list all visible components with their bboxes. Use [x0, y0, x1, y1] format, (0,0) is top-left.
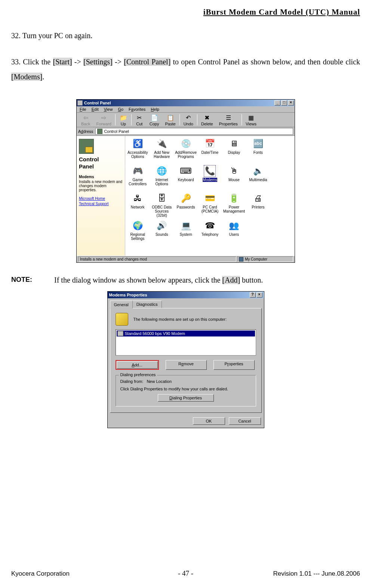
cp-icon-date-time[interactable]: 📅Date/Time [198, 138, 221, 165]
tb-up[interactable]: 📁Up [116, 113, 130, 126]
cp-icon-display[interactable]: 🖥Display [222, 138, 246, 165]
add-button[interactable]: Add... [117, 361, 158, 369]
hl-start: [Start] [53, 58, 72, 66]
step-33-pre: Click the [23, 58, 53, 66]
note-post: button. [240, 276, 263, 284]
minimize-button[interactable]: _ [274, 100, 280, 106]
cp-item-label: Sounds [156, 232, 168, 237]
close-button[interactable]: × [288, 100, 294, 106]
cp-item-icon: ☎ [204, 220, 215, 231]
link-ms-home[interactable]: Microsoft Home [79, 196, 123, 201]
cp-icon-game-controllers[interactable]: 🎮Game Controllers [126, 165, 149, 192]
cp-icon-telephony[interactable]: ☎Telephony [198, 220, 221, 247]
remove-button[interactable]: Remove [166, 360, 207, 370]
cp-icon-odbc-data-sources-32bit-[interactable]: 🗄ODBC Data Sources (32bit) [150, 193, 173, 219]
help-button[interactable]: ? [250, 292, 256, 298]
list-item[interactable]: Standard 56000 bps V90 Modem [117, 330, 255, 336]
tb-cut[interactable]: ✂Cut [132, 113, 147, 126]
tb-undo[interactable]: ↶Undo [181, 113, 196, 126]
modem-icon [117, 331, 123, 336]
cp-item-icon: 💻 [180, 220, 191, 231]
cp-icon-passwords[interactable]: 🔑Passwords [174, 193, 197, 219]
cp-icon-system[interactable]: 💻System [174, 220, 197, 247]
arrow2: -> [113, 58, 124, 66]
cp-icon-power-management[interactable]: 🔋Power Management [222, 193, 246, 219]
hl-modems: [Modems] [11, 73, 42, 81]
modem-list[interactable]: Standard 56000 bps V90 Modem [116, 329, 256, 356]
menu-help[interactable]: Help [151, 107, 159, 112]
cp-item-icon: 🖨 [252, 193, 264, 204]
cp-icon-internet-options[interactable]: 🌐Internet Options [150, 165, 173, 192]
tb-properties[interactable]: ☰Properties [216, 113, 241, 126]
close-button[interactable]: × [256, 292, 262, 298]
mp-page-general: The following modems are set up on this … [110, 308, 262, 413]
status-side: My Computer [237, 256, 293, 262]
cp-item-label: Game Controllers [126, 178, 149, 186]
cp-icon-network[interactable]: 🖧Network [126, 193, 149, 219]
cp-item-label: Power Management [223, 205, 245, 213]
tab-diagnostics[interactable]: Diagnostics [132, 301, 162, 308]
paste-icon: 📋 [166, 113, 175, 122]
cp-icon-multimedia[interactable]: 🔈Multimedia [246, 165, 270, 192]
addr-field[interactable]: Control Panel [95, 128, 293, 135]
tb-forward[interactable]: ⇨Forward [93, 113, 114, 126]
ok-button[interactable]: OK [193, 417, 225, 425]
cp-icon-grid: ♿Accessibility Options🔌Add New Hardware💿… [125, 136, 295, 256]
cp-item-label: Multimedia [249, 178, 267, 182]
cp-icon-fonts[interactable]: 🔤Fonts [246, 138, 270, 165]
step-33-num: 33. [11, 58, 21, 66]
cp-item-icon: ♿ [132, 138, 143, 149]
tb-copy[interactable]: 📄Copy [147, 113, 162, 126]
tb-back[interactable]: ⇦Back [78, 113, 93, 126]
menu-file[interactable]: File [80, 107, 86, 112]
cp-item-label: Regional Settings [126, 232, 149, 241]
addr-text: Control Panel [104, 129, 129, 134]
cp-icon-printers[interactable]: 🖨Printers [246, 193, 270, 219]
cp-item-icon: 🗄 [156, 193, 167, 204]
note-body: If the dialog window as shown below appe… [54, 276, 263, 284]
cp-item-label: Telephony [202, 232, 219, 237]
hl-cpanel: [Control Panel] [124, 58, 170, 66]
dialing-from-line: Dialing from: New Location [120, 379, 251, 384]
cp-icon-sounds[interactable]: 🔊Sounds [150, 220, 173, 247]
cp-icon-add-remove-programs[interactable]: 💿Add/Remove Programs [174, 138, 197, 165]
dialing-properties-button[interactable]: Dialing Properties [158, 394, 214, 402]
tb-undo-label: Undo [184, 122, 193, 126]
tab-general[interactable]: General [110, 301, 133, 308]
system-menu-icon[interactable] [77, 100, 83, 106]
tb-delete[interactable]: ✖Delete [198, 113, 216, 126]
tb-views[interactable]: ▦Views [243, 113, 259, 126]
cp-side-section-title: Modems [79, 175, 123, 179]
cp-titlebar: Control Panel _ □ × [77, 100, 295, 106]
cp-icon-users[interactable]: 👥Users [222, 220, 246, 247]
step-33-end: . [42, 73, 44, 81]
menu-view[interactable]: View [104, 107, 113, 112]
tb-up-label: Up [121, 122, 126, 126]
cp-icon-mouse[interactable]: 🖱Mouse [222, 165, 246, 192]
cp-icon-pc-card-pcmcia-[interactable]: 💳PC Card (PCMCIA) [198, 193, 221, 219]
properties-icon: ☰ [224, 113, 233, 122]
step-32-text: Turn your PC on again. [22, 31, 93, 40]
cp-item-label: Add New Hardware [151, 150, 173, 159]
cp-item-label: Internet Options [151, 178, 173, 186]
cp-icon-add-new-hardware[interactable]: 🔌Add New Hardware [150, 138, 173, 165]
cp-icon-accessibility-options[interactable]: ♿Accessibility Options [126, 138, 149, 165]
cp-body: Control Panel Modems Installs a new mode… [77, 136, 295, 256]
mp-bottom-row: OK Cancel [108, 415, 264, 428]
maximize-button[interactable]: □ [281, 100, 287, 106]
cp-icon-modems[interactable]: 📞Modems [198, 165, 221, 192]
cp-icon-keyboard[interactable]: ⌨Keyboard [174, 165, 197, 192]
menu-favorites[interactable]: Favorites [129, 107, 145, 112]
menu-edit[interactable]: Edit [92, 107, 99, 112]
cp-icon-regional-settings[interactable]: 🌍Regional Settings [126, 220, 149, 247]
tb-paste[interactable]: 📋Paste [162, 113, 179, 126]
status-side-text: My Computer [245, 257, 267, 261]
cp-menubar: File Edit View Go Favorites Help [77, 106, 295, 113]
properties-button[interactable]: Properties [213, 360, 255, 370]
cancel-button[interactable]: Cancel [229, 417, 261, 425]
menu-go[interactable]: Go [118, 107, 123, 112]
mp-button-row: Add... Remove Properties [116, 360, 256, 370]
link-tech-support[interactable]: Technical Support [79, 202, 123, 206]
cp-item-label: Passwords [177, 205, 195, 209]
cp-item-label: Keyboard [178, 178, 194, 182]
